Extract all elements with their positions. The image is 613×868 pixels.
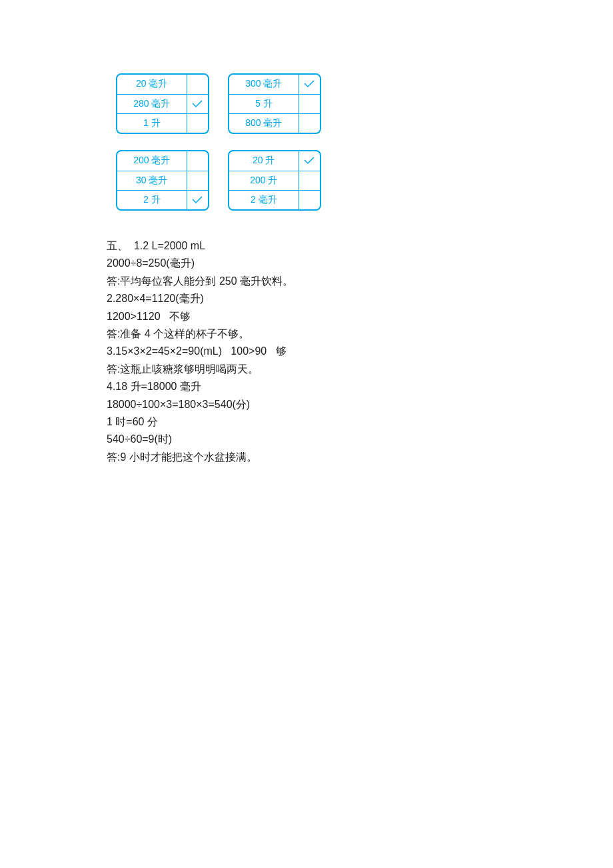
- option-mark: [299, 94, 320, 113]
- option-label: 2 升: [117, 190, 187, 209]
- option-mark: [187, 171, 208, 190]
- option-mark: [187, 190, 208, 209]
- solution-line: 2.280×4=1120(毫升): [107, 290, 613, 307]
- solution-line: 1 时=60 分: [107, 413, 613, 431]
- table-row: 300 毫升: [229, 75, 320, 94]
- option-label: 300 毫升: [229, 75, 299, 94]
- check-icon: [299, 80, 320, 88]
- table-row: 5 升: [229, 94, 320, 113]
- option-label: 20 毫升: [117, 75, 187, 94]
- option-mark: [299, 171, 320, 190]
- option-label: 280 毫升: [117, 94, 187, 113]
- table-row: 2 升: [117, 190, 208, 209]
- option-label: 5 升: [229, 94, 299, 113]
- solution-line: 答:9 小时才能把这个水盆接满。: [107, 449, 613, 466]
- table-row: 20 毫升: [117, 75, 208, 94]
- option-label: 800 毫升: [229, 113, 299, 133]
- solution-line: 2000÷8=250(毫升): [107, 255, 613, 272]
- solution-text: 五、 1.2 L=2000 mL 2000÷8=250(毫升) 答:平均每位客人…: [107, 237, 613, 466]
- table-row: 2 毫升: [229, 190, 320, 209]
- option-label: 200 毫升: [117, 151, 187, 171]
- solution-line: 540÷60=9(时): [107, 431, 613, 448]
- check-icon: [299, 157, 320, 165]
- solution-line: 4.18 升=18000 毫升: [107, 378, 613, 395]
- answer-table-4: 20 升 200 升 2 毫升: [228, 150, 321, 211]
- option-mark: [187, 75, 208, 94]
- option-label: 200 升: [229, 171, 299, 190]
- option-mark: [187, 94, 208, 113]
- solution-line: 18000÷100×3=180×3=540(分): [107, 396, 613, 413]
- option-label: 20 升: [229, 151, 299, 171]
- option-label: 2 毫升: [229, 190, 299, 209]
- table-row: 30 毫升: [117, 171, 208, 190]
- solution-line: 答:平均每位客人能分到 250 毫升饮料。: [107, 273, 613, 290]
- table-row: 800 毫升: [229, 113, 320, 133]
- option-mark: [187, 151, 208, 171]
- solution-line: 1200>1120 不够: [107, 308, 613, 325]
- tables-container: 20 毫升 280 毫升 1 升 300 毫升 5 升 800 毫升 200 毫…: [116, 73, 613, 211]
- table-row: 200 毫升: [117, 151, 208, 171]
- solution-line: 答:这瓶止咳糖浆够明明喝两天。: [107, 361, 613, 378]
- option-mark: [299, 75, 320, 94]
- answer-table-3: 200 毫升 30 毫升 2 升: [116, 150, 209, 211]
- table-row: 200 升: [229, 171, 320, 190]
- option-mark: [187, 113, 208, 133]
- option-mark: [299, 151, 320, 171]
- answer-table-1: 20 毫升 280 毫升 1 升: [116, 73, 209, 134]
- solution-line: 3.15×3×2=45×2=90(mL) 100>90 够: [107, 343, 613, 360]
- answer-table-2: 300 毫升 5 升 800 毫升: [228, 73, 321, 134]
- check-icon: [187, 196, 209, 204]
- table-row: 1 升: [117, 113, 208, 133]
- check-icon: [187, 100, 209, 108]
- table-row: 20 升: [229, 151, 320, 171]
- table-row-2: 200 毫升 30 毫升 2 升 20 升 200 升 2 毫升: [116, 150, 613, 211]
- option-mark: [299, 190, 320, 209]
- option-label: 30 毫升: [117, 171, 187, 190]
- table-row-1: 20 毫升 280 毫升 1 升 300 毫升 5 升 800 毫升: [116, 73, 613, 134]
- solution-line: 答:准备 4 个这样的杯子不够。: [107, 325, 613, 343]
- table-row: 280 毫升: [117, 94, 208, 113]
- option-mark: [299, 113, 320, 133]
- solution-line: 五、 1.2 L=2000 mL: [107, 237, 613, 255]
- option-label: 1 升: [117, 113, 187, 133]
